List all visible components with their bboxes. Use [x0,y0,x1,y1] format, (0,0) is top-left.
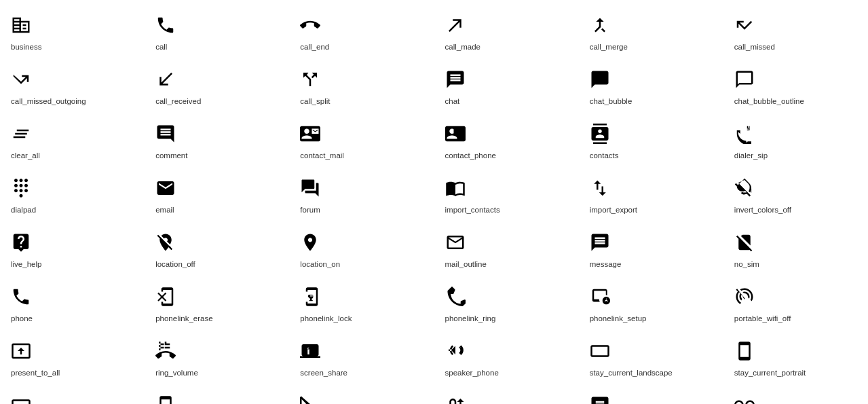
icon-item-call-merge: call_merge [579,7,723,61]
location-on-label: location_on [300,260,340,268]
icon-item-stay-current-portrait: stay_current_portrait [723,333,868,387]
textsms-icon [590,395,610,404]
icon-item-swap-calls: swap_calls [434,387,579,404]
business-icon [11,15,31,39]
icon-item-call-made: call_made [434,7,579,61]
chat-icon [445,69,466,93]
icon-item-chat-bubble-outline: chat_bubble_outline [723,61,868,115]
present-to-all-label: present_to_all [11,369,60,377]
phone-icon [11,287,31,310]
phonelink-erase-label: phonelink_erase [155,314,212,323]
call-merge-icon [590,15,610,39]
call-label: call [155,43,167,51]
swap-calls-icon [445,395,466,404]
icon-item-phonelink-lock: phonelink_lock [289,278,434,333]
icon-item-voicemail: voicemail [723,387,868,404]
call-received-label: call_received [155,97,201,105]
phonelink-lock-icon [300,287,320,310]
comment-label: comment [155,151,187,160]
email-icon [155,178,176,202]
call-missed-outgoing-label: call_missed_outgoing [11,97,86,105]
call-received-icon [155,69,176,93]
stay-current-landscape-icon [590,341,610,365]
icon-item-business: business [0,7,145,61]
stay-current-portrait-icon [734,341,755,365]
icon-item-mail-outline: mail_outline [434,224,579,278]
live-help-icon [11,232,31,256]
stay-primary-landscape-icon [11,395,31,404]
dialpad-icon [11,178,31,202]
phonelink-lock-label: phonelink_lock [300,314,352,323]
portable-wifi-off-label: portable_wifi_off [734,314,791,323]
comment-icon [155,124,176,147]
call-made-icon [445,15,466,39]
no-sim-label: no_sim [734,260,759,268]
icon-item-textsms: textsms [579,387,723,404]
contact-mail-label: contact_mail [300,151,344,160]
icon-item-phonelink-setup: phonelink_setup [579,278,723,333]
call-end-icon [300,15,320,39]
icon-item-invert-colors-off: invert_colors_off [723,170,868,224]
icon-item-message: message [579,224,723,278]
email-label: email [155,206,174,214]
dialer-sip-label: dialer_sip [734,151,768,160]
present-to-all-icon [11,341,31,365]
contact-phone-icon [445,124,466,147]
mail-outline-label: mail_outline [445,260,487,268]
icon-item-chat: chat [434,61,579,115]
contacts-icon [590,124,610,147]
icon-item-present-to-all: present_to_all [0,333,145,387]
no-sim-icon [734,232,755,256]
screen-share-label: screen_share [300,369,347,377]
voicemail-icon [734,395,755,404]
import-export-label: import_export [590,206,637,214]
icon-item-chat-bubble: chat_bubble [579,61,723,115]
phonelink-setup-icon [590,287,610,310]
icon-item-stay-current-landscape: stay_current_landscape [579,333,723,387]
icon-item-screen-share: screen_share [289,333,434,387]
icon-item-email: email [145,170,289,224]
icon-item-call-missed: call_missed [723,7,868,61]
icon-item-import-export: import_export [579,170,723,224]
location-off-label: location_off [155,260,195,268]
call-icon [155,15,176,39]
import-contacts-icon [445,178,466,202]
stay-current-landscape-label: stay_current_landscape [590,369,673,377]
icon-item-live-help: live_help [0,224,145,278]
message-label: message [590,260,622,268]
contact-mail-icon [300,124,320,147]
icon-item-phone: phone [0,278,145,333]
phonelink-ring-label: phonelink_ring [445,314,496,323]
location-on-icon [300,232,320,256]
icon-item-dialer-sip: dialer_sip [723,115,868,170]
ring-volume-label: ring_volume [155,369,198,377]
call-end-label: call_end [300,43,329,51]
icon-item-call: call [145,7,289,61]
import-contacts-label: import_contacts [445,206,500,214]
chat-bubble-icon [590,69,610,93]
icon-grid: business call call_end call_made call_me… [0,0,868,404]
forum-label: forum [300,206,320,214]
icon-item-stay-primary-landscape: stay_primary_landscape [0,387,145,404]
speaker-phone-label: speaker_phone [445,369,499,377]
call-split-label: call_split [300,97,330,105]
stay-current-portrait-label: stay_current_portrait [734,369,806,377]
phonelink-setup-label: phonelink_setup [590,314,647,323]
stay-primary-portrait-icon [155,395,176,404]
contact-phone-label: contact_phone [445,151,496,160]
dialer-sip-icon [734,124,755,147]
icon-item-phonelink-erase: phonelink_erase [145,278,289,333]
ring-volume-icon [155,341,176,365]
icon-item-contacts: contacts [579,115,723,170]
call-missed-label: call_missed [734,43,775,51]
icon-item-stop-screen-share: stop_screen_share [289,387,434,404]
icon-item-import-contacts: import_contacts [434,170,579,224]
icon-item-speaker-phone: speaker_phone [434,333,579,387]
phonelink-erase-icon [155,287,176,310]
phone-label: phone [11,314,33,323]
icon-item-portable-wifi-off: portable_wifi_off [723,278,868,333]
icon-item-forum: forum [289,170,434,224]
invert-colors-off-icon [734,178,755,202]
icon-item-phonelink-ring: phonelink_ring [434,278,579,333]
business-label: business [11,43,41,51]
